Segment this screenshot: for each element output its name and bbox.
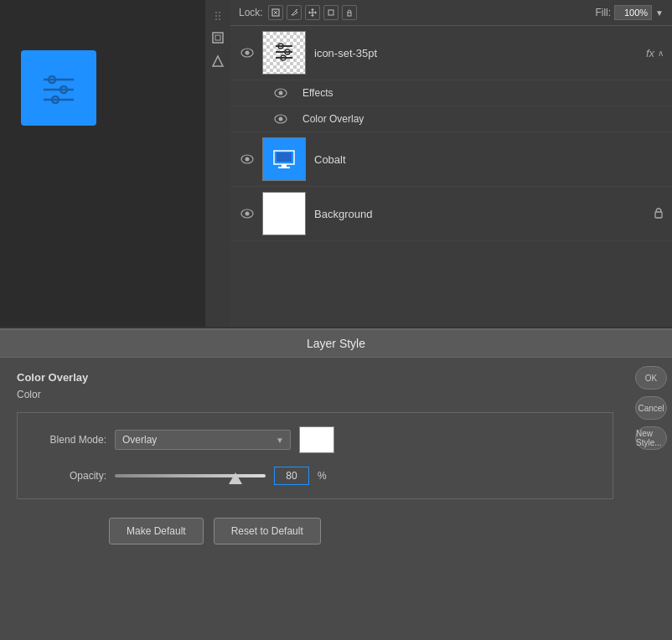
svg-rect-29 (277, 152, 292, 162)
layer-fx-label: fx (646, 47, 654, 59)
svg-rect-34 (655, 212, 662, 218)
ok-button[interactable]: OK (635, 366, 667, 390)
lock-brush-icon[interactable] (287, 5, 302, 20)
layer-thumb-background (262, 192, 306, 235)
blend-mode-select-wrapper: Overlay Normal Dissolve Darken Multiply … (115, 430, 291, 450)
blend-mode-select[interactable]: Overlay Normal Dissolve Darken Multiply … (115, 430, 291, 450)
fill-dropdown-icon[interactable]: ▼ (655, 8, 664, 18)
dialog-main: Color Overlay Color Blend Mode: Overlay … (0, 358, 630, 640)
svg-rect-30 (282, 164, 287, 167)
tool-shape-icon[interactable] (209, 52, 227, 70)
svg-marker-8 (213, 56, 223, 66)
fill-input[interactable] (614, 5, 652, 20)
layers-header: Lock: (230, 0, 672, 26)
opacity-input[interactable] (274, 467, 309, 485)
svg-point-33 (246, 212, 250, 216)
lock-transform-icon[interactable] (323, 5, 339, 20)
effects-label: Effects (302, 87, 333, 99)
tool-3d-icon[interactable] (209, 28, 227, 47)
opacity-slider[interactable] (115, 467, 266, 484)
content-box: Blend Mode: Overlay Normal Dissolve Dark… (17, 412, 613, 499)
layer-thumb-cobalt (262, 137, 306, 181)
color-overlay-label: Color Overlay (302, 113, 364, 125)
eye-icon-background[interactable] (239, 205, 256, 222)
fill-section: Fill: ▼ (595, 5, 664, 20)
opacity-label: Opacity: (31, 470, 106, 482)
blue-icon-box (21, 50, 96, 126)
layer-collapse-icon-set[interactable]: ∧ (658, 49, 664, 58)
section-subtitle: Color (17, 389, 613, 400)
top-section: Lock: (0, 0, 672, 327)
effects-row[interactable]: Effects (230, 80, 672, 106)
dialog-title: Layer Style (0, 330, 672, 358)
grip-handle (214, 8, 222, 23)
eye-icon-color-overlay[interactable] (272, 111, 289, 127)
lock-all-icon[interactable] (342, 5, 357, 20)
lock-move-icon[interactable] (305, 5, 320, 20)
dialog-body: Color Overlay Color Blend Mode: Overlay … (0, 358, 672, 640)
layer-row-icon-set[interactable]: icon-set-35pt fx ∧ (230, 26, 672, 80)
layer-row-background[interactable]: Background (230, 187, 672, 241)
layer-name-background: Background (314, 208, 647, 220)
color-overlay-row[interactable]: Color Overlay (230, 106, 672, 132)
background-lock-icon (654, 206, 664, 221)
lock-icons (268, 5, 357, 20)
lock-label: Lock: (239, 7, 263, 18)
side-toolbar (205, 0, 230, 327)
opacity-row: Opacity: % (31, 467, 599, 485)
layer-style-dialog: Layer Style Color Overlay Color Blend Mo… (0, 328, 672, 640)
layer-thumb-icon-set (262, 31, 306, 75)
blend-mode-row: Blend Mode: Overlay Normal Dissolve Dark… (31, 426, 599, 453)
svg-rect-31 (278, 167, 290, 168)
percent-label: % (318, 470, 327, 482)
left-panel (0, 0, 205, 327)
make-default-button[interactable]: Make Default (109, 518, 204, 545)
layer-name-icon-set: icon-set-35pt (314, 47, 641, 59)
svg-rect-13 (348, 13, 351, 16)
layers-panel: Lock: (230, 0, 672, 327)
new-style-button[interactable]: New Style... (635, 426, 667, 450)
reset-default-button[interactable]: Reset to Default (214, 518, 321, 545)
layer-name-cobalt: Cobalt (314, 153, 664, 166)
eye-icon-icon-set[interactable] (239, 44, 256, 61)
right-panel-buttons: OK Cancel New Style... (630, 358, 672, 640)
svg-rect-6 (213, 33, 223, 43)
slider-track (115, 474, 266, 477)
eye-icon-effects[interactable] (272, 85, 289, 101)
svg-point-23 (279, 91, 283, 95)
blend-mode-label: Blend Mode: (31, 434, 106, 446)
color-swatch[interactable] (299, 426, 334, 453)
sliders-icon (39, 71, 79, 105)
cancel-button[interactable]: Cancel (635, 396, 667, 420)
lock-pixels-icon[interactable] (268, 5, 283, 20)
eye-icon-cobalt[interactable] (239, 151, 256, 168)
fill-label: Fill: (595, 7, 611, 18)
buttons-row: Make Default Reset to Default (17, 504, 613, 555)
layer-row-cobalt[interactable]: Cobalt (230, 132, 672, 187)
svg-rect-12 (328, 10, 333, 15)
svg-rect-7 (215, 35, 220, 40)
slider-thumb[interactable] (229, 472, 242, 484)
svg-point-27 (246, 157, 250, 162)
svg-point-25 (279, 117, 283, 121)
svg-point-15 (246, 51, 250, 55)
section-title: Color Overlay (17, 371, 613, 384)
